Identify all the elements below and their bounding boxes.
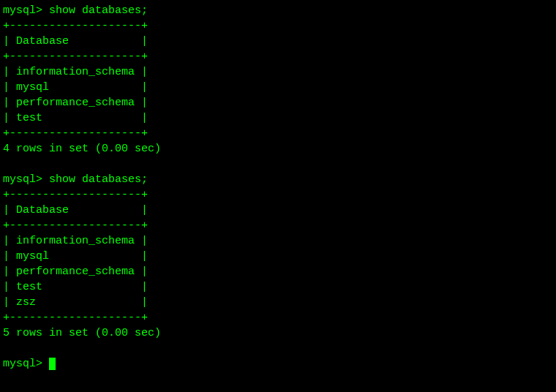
table-row: | information_schema | [3, 235, 148, 247]
result-summary: 4 rows in set (0.00 sec) [3, 143, 161, 155]
table-border: +--------------------+ [3, 312, 148, 324]
table-border: +--------------------+ [3, 20, 148, 32]
table-row: | performance_schema | [3, 97, 148, 109]
prompt: mysql> [3, 358, 49, 370]
result-summary: 5 rows in set (0.00 sec) [3, 327, 161, 339]
terminal-output: mysql> show databases; +----------------… [3, 4, 161, 370]
table-header: | Database | [3, 35, 148, 48]
table-border: +--------------------+ [3, 219, 148, 232]
table-row: | information_schema | [3, 66, 148, 78]
table-row: | test | [3, 112, 148, 124]
table-row: | performance_schema | [3, 265, 148, 278]
prompt: mysql> [3, 173, 49, 186]
command-text: show databases; [49, 4, 148, 17]
command-text: show databases; [49, 173, 148, 186]
table-border: +--------------------+ [3, 189, 148, 201]
prompt: mysql> [3, 4, 49, 17]
cursor-icon[interactable] [49, 358, 56, 370]
table-row: | test | [3, 281, 148, 293]
table-border: +--------------------+ [3, 127, 148, 140]
table-header: | Database | [3, 204, 148, 216]
table-row: | mysql | [3, 81, 148, 94]
table-row: | zsz | [3, 296, 148, 309]
table-row: | mysql | [3, 250, 148, 263]
table-border: +--------------------+ [3, 50, 148, 63]
